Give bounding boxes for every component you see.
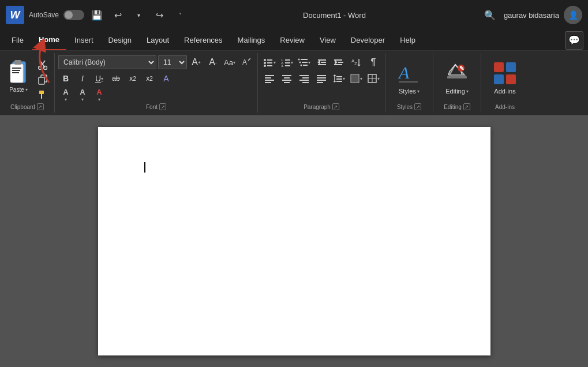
font-expand[interactable]: ↗ <box>159 103 166 110</box>
addins-button[interactable]: Add-ins <box>485 55 525 98</box>
svg-rect-49 <box>265 80 274 81</box>
bullets-button[interactable]: ▾ <box>261 55 278 69</box>
redo-button[interactable]: ↪ <box>151 7 167 23</box>
case-button[interactable]: Aa▾ <box>222 55 237 69</box>
menu-references[interactable]: References <box>177 30 229 50</box>
align-left-button[interactable] <box>261 72 278 85</box>
paste-dropdown-arrow[interactable]: ▾ <box>25 87 28 92</box>
font-color-button[interactable]: A ▾ <box>58 88 73 102</box>
superscript-button[interactable]: x2 <box>142 72 157 85</box>
document-page[interactable] <box>98 127 490 355</box>
autosave-toggle[interactable] <box>63 10 84 20</box>
format-painter-button[interactable] <box>35 88 51 102</box>
svg-text:3.: 3. <box>281 64 284 68</box>
svg-rect-18 <box>267 59 272 61</box>
shading-button[interactable]: ▾ <box>348 72 364 85</box>
bold-button[interactable]: B <box>58 72 73 85</box>
word-logo: W <box>6 6 24 24</box>
svg-rect-42 <box>334 64 342 65</box>
font-group: Calibri (Body) 11 A+ A- Aa▾ A B I U▾ ab … <box>55 53 258 113</box>
borders-button[interactable]: ▾ <box>365 72 381 85</box>
svg-rect-47 <box>265 75 274 76</box>
styles-expand[interactable]: ↗ <box>414 103 421 110</box>
italic-button[interactable]: I <box>75 72 90 85</box>
svg-marker-64 <box>333 74 336 76</box>
para-row-1: ▾ 1.2.3. ▾ ▾ AZ ¶ <box>261 55 381 69</box>
paste-button[interactable]: Paste ▾ <box>3 55 33 95</box>
numbering-button[interactable]: 1.2.3. ▾ <box>279 55 295 69</box>
svg-rect-40 <box>334 59 342 61</box>
sort-button[interactable]: AZ <box>348 55 364 69</box>
increase-indent-button[interactable] <box>331 55 347 69</box>
menu-layout[interactable]: Layout <box>140 30 176 50</box>
svg-rect-36 <box>318 59 326 61</box>
customize-button[interactable]: ˅ <box>172 7 188 23</box>
svg-rect-56 <box>302 77 309 78</box>
content-area <box>0 115 588 367</box>
styles-button[interactable]: A Styles ▾ <box>389 55 429 98</box>
clipboard-expand[interactable]: ↗ <box>37 103 44 110</box>
user-avatar[interactable]: 👤 <box>564 6 582 24</box>
justify-button[interactable] <box>313 72 329 85</box>
subscript-button[interactable]: x2 <box>125 72 140 85</box>
line-spacing-button[interactable]: ▾ <box>331 72 347 85</box>
multilevel-list-button[interactable]: ▾ <box>296 55 312 69</box>
font-controls: Calibri (Body) 11 A+ A- Aa▾ A B I U▾ ab … <box>58 55 254 103</box>
search-button[interactable]: 🔍 <box>481 6 499 24</box>
menu-insert[interactable]: Insert <box>68 30 100 50</box>
decrease-indent-button[interactable] <box>313 55 329 69</box>
svg-marker-39 <box>335 60 338 65</box>
svg-text:✎: ✎ <box>459 65 464 72</box>
underline-button[interactable]: U▾ <box>92 72 107 85</box>
show-marks-button[interactable]: ¶ <box>365 55 381 69</box>
font-row-2: B I U▾ ab x2 x2 A <box>58 72 174 85</box>
document-title: Document1 - Word <box>193 11 476 20</box>
editing-button[interactable]: ✎ Editing ▾ <box>437 55 477 98</box>
align-right-button[interactable] <box>296 72 312 85</box>
font-family-select[interactable]: Calibri (Body) <box>58 55 156 69</box>
text-color-button[interactable]: A ▾ <box>92 88 107 102</box>
comment-button[interactable]: 💬 <box>565 31 583 50</box>
user-section: gaurav bidasaria 👤 <box>504 6 582 24</box>
highlight-color-button[interactable]: A ▾ <box>75 88 90 102</box>
paragraph-label: Paragraph ↗ <box>304 103 339 110</box>
text-effects-button[interactable]: A <box>159 72 174 85</box>
svg-point-19 <box>264 62 266 64</box>
menu-developer[interactable]: Developer <box>344 30 392 50</box>
svg-rect-51 <box>282 75 291 76</box>
svg-point-31 <box>299 62 301 63</box>
save-button[interactable]: 💾 <box>89 7 105 23</box>
font-size-select[interactable]: 11 <box>158 55 187 69</box>
svg-rect-22 <box>267 65 272 66</box>
undo-dropdown[interactable]: ▾ <box>130 7 147 23</box>
menu-review[interactable]: Review <box>273 30 312 50</box>
paragraph-expand[interactable]: ↗ <box>332 103 339 110</box>
svg-rect-62 <box>317 82 323 83</box>
svg-rect-32 <box>302 62 308 63</box>
clipboard-group: Paste ▾ <box>0 53 55 113</box>
menu-view[interactable]: View <box>313 30 343 50</box>
svg-rect-30 <box>301 59 308 60</box>
shrink-font-button[interactable]: A- <box>205 55 220 69</box>
svg-rect-28 <box>285 65 290 66</box>
svg-text:A: A <box>398 63 410 82</box>
svg-rect-82 <box>506 74 516 84</box>
strikethrough-button[interactable]: ab <box>108 72 123 85</box>
menu-help[interactable]: Help <box>393 30 422 50</box>
para-row-2: ▾ ▾ ▾ <box>261 72 381 85</box>
clear-format-button[interactable]: A <box>239 55 254 69</box>
svg-rect-70 <box>351 75 358 82</box>
paragraph-group: ▾ 1.2.3. ▾ ▾ AZ ¶ <box>258 53 385 113</box>
svg-marker-46 <box>357 65 361 66</box>
addins-icon <box>490 59 519 88</box>
align-center-button[interactable] <box>279 72 295 85</box>
menu-design[interactable]: Design <box>102 30 138 50</box>
editing-expand[interactable]: ↗ <box>463 103 470 110</box>
grow-font-button[interactable]: A+ <box>189 55 204 69</box>
document-area <box>0 115 588 367</box>
svg-rect-41 <box>338 62 343 63</box>
menu-mailings[interactable]: Mailings <box>231 30 272 50</box>
undo-button[interactable]: ↩ <box>110 7 126 23</box>
svg-rect-55 <box>299 75 309 76</box>
menu-file[interactable]: File <box>5 30 31 50</box>
